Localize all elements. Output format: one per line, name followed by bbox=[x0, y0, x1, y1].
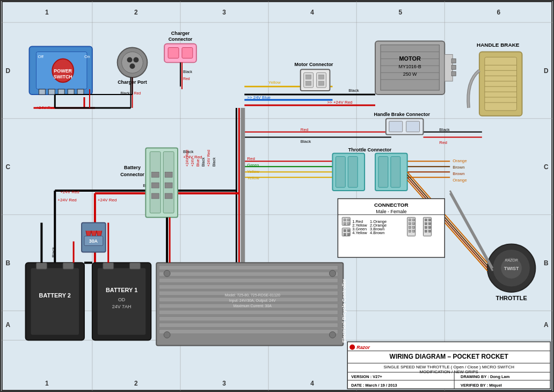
svg-rect-184 bbox=[63, 263, 74, 269]
svg-rect-190 bbox=[103, 263, 114, 269]
svg-rect-123 bbox=[451, 59, 456, 63]
svg-rect-125 bbox=[451, 71, 456, 76]
svg-rect-258 bbox=[413, 230, 415, 233]
svg-text:HANDLE BRAKE: HANDLE BRAKE bbox=[477, 42, 520, 48]
svg-rect-262 bbox=[425, 223, 427, 225]
svg-text:MODIFICATION / NEW GRIPS: MODIFICATION / NEW GRIPS bbox=[420, 369, 478, 374]
svg-rect-199 bbox=[159, 278, 338, 282]
svg-text:MOTOR: MOTOR bbox=[399, 55, 421, 62]
svg-rect-158 bbox=[163, 151, 174, 213]
svg-rect-152 bbox=[348, 156, 358, 187]
svg-rect-234 bbox=[347, 219, 349, 221]
svg-point-210 bbox=[164, 332, 170, 338]
svg-text:Green: Green bbox=[247, 163, 259, 168]
svg-text:+24V Red: +24V Red bbox=[57, 198, 77, 202]
svg-rect-207 bbox=[159, 330, 338, 334]
svg-text:Throttle Connector: Throttle Connector bbox=[348, 147, 392, 153]
svg-rect-205 bbox=[159, 317, 338, 321]
svg-text:DATE : March / 19 / 2013: DATE : March / 19 / 2013 bbox=[351, 383, 397, 388]
svg-text:Connector: Connector bbox=[120, 172, 144, 177]
svg-rect-155 bbox=[391, 156, 400, 187]
svg-rect-238 bbox=[344, 230, 346, 232]
svg-text:Motor Connector: Motor Connector bbox=[295, 62, 334, 67]
svg-rect-261 bbox=[428, 219, 431, 221]
svg-text:B: B bbox=[544, 259, 549, 267]
svg-text:1: 1 bbox=[45, 380, 49, 387]
svg-text:Red: Red bbox=[439, 140, 447, 145]
svg-rect-181 bbox=[31, 268, 79, 335]
svg-text:+24V Red: +24V Red bbox=[98, 198, 117, 202]
svg-text:Razor: Razor bbox=[356, 345, 370, 350]
svg-rect-159 bbox=[151, 172, 159, 177]
svg-text:Red: Red bbox=[247, 156, 255, 161]
svg-text:4: 4 bbox=[310, 380, 314, 387]
svg-text:Yellow: Yellow bbox=[247, 169, 259, 174]
svg-text:OD: OD bbox=[118, 297, 126, 302]
svg-text:>> 24V Blue: >> 24V Blue bbox=[247, 95, 271, 100]
svg-text:+24V Red: +24V Red bbox=[60, 190, 79, 194]
svg-rect-253 bbox=[409, 223, 411, 225]
svg-text:4.Yellow: 4.Yellow bbox=[352, 230, 367, 235]
svg-text:Charger: Charger bbox=[171, 31, 190, 36]
svg-text:B: B bbox=[5, 259, 10, 267]
svg-rect-191 bbox=[130, 263, 141, 269]
svg-rect-241 bbox=[347, 234, 349, 236]
svg-text:VERIFIED BY : Miquel: VERIFIED BY : Miquel bbox=[461, 383, 502, 388]
svg-text:Orange: Orange bbox=[453, 158, 467, 163]
svg-text:Red: Red bbox=[183, 77, 190, 81]
svg-rect-164 bbox=[165, 193, 172, 199]
svg-text:3: 3 bbox=[222, 9, 226, 16]
svg-rect-252 bbox=[413, 219, 415, 221]
svg-rect-235 bbox=[344, 223, 346, 225]
svg-rect-161 bbox=[151, 193, 159, 199]
svg-rect-206 bbox=[159, 323, 338, 328]
svg-rect-256 bbox=[413, 227, 415, 229]
svg-text:C: C bbox=[5, 163, 10, 171]
svg-rect-92 bbox=[77, 89, 84, 95]
svg-rect-157 bbox=[150, 151, 161, 213]
svg-text:Black: Black bbox=[301, 139, 311, 144]
svg-text:4.Brown: 4.Brown bbox=[370, 230, 384, 235]
svg-rect-197 bbox=[159, 265, 338, 270]
svg-text:Maximum Current: 30A: Maximum Current: 30A bbox=[234, 304, 272, 308]
svg-point-96 bbox=[133, 57, 138, 62]
svg-rect-267 bbox=[428, 230, 431, 233]
svg-rect-133 bbox=[319, 81, 324, 85]
svg-text:Yellow: Yellow bbox=[268, 80, 281, 85]
svg-text:Black: Black bbox=[212, 157, 216, 167]
svg-rect-233 bbox=[344, 219, 346, 221]
svg-rect-132 bbox=[306, 81, 311, 85]
svg-rect-200 bbox=[159, 285, 338, 289]
svg-text:RAZOR: RAZOR bbox=[505, 258, 517, 262]
svg-rect-147 bbox=[389, 121, 403, 132]
svg-rect-257 bbox=[409, 230, 411, 233]
svg-text:30A: 30A bbox=[89, 238, 98, 244]
svg-text:WIRING DIAGRAM – POCKET ROCKET: WIRING DIAGRAM – POCKET ROCKET bbox=[390, 353, 509, 360]
svg-rect-240 bbox=[344, 234, 346, 236]
svg-rect-260 bbox=[425, 219, 427, 221]
svg-text:2: 2 bbox=[134, 380, 138, 387]
svg-text:Red: Red bbox=[301, 127, 309, 132]
svg-text:C: C bbox=[544, 163, 549, 171]
svg-point-211 bbox=[329, 332, 336, 338]
svg-rect-204 bbox=[159, 310, 338, 315]
svg-rect-154 bbox=[378, 156, 388, 187]
svg-text:Brown: Brown bbox=[453, 171, 465, 176]
svg-text:Black: Black bbox=[348, 88, 359, 93]
svg-text:THROTTLE: THROTTLE bbox=[495, 295, 527, 301]
svg-text:Yellow: Yellow bbox=[247, 176, 259, 180]
svg-text:+24V Red: +24V Red bbox=[185, 150, 189, 166]
svg-text:POWER: POWER bbox=[54, 68, 72, 74]
svg-rect-91 bbox=[68, 89, 74, 95]
svg-point-209 bbox=[329, 270, 336, 277]
svg-text:Black: Black bbox=[183, 70, 193, 74]
svg-text:Input: 24V/30A, Output: 24V: Input: 24V/30A, Output: 24V bbox=[229, 299, 276, 303]
svg-rect-90 bbox=[58, 89, 64, 95]
svg-text:TWIST: TWIST bbox=[504, 266, 519, 271]
svg-text:Red: Red bbox=[134, 91, 141, 95]
svg-rect-236 bbox=[347, 223, 349, 225]
svg-text:Black: Black bbox=[51, 247, 56, 257]
svg-point-208 bbox=[164, 270, 170, 277]
svg-text:+24V: +24V bbox=[191, 158, 194, 167]
svg-text:1: 1 bbox=[45, 9, 49, 16]
